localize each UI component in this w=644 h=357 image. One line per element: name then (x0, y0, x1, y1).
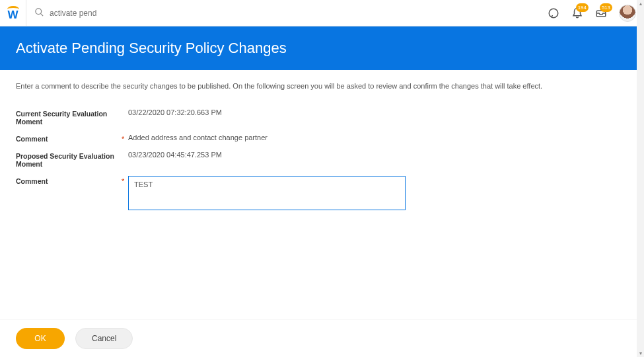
topbar: W 194 513 (0, 0, 644, 26)
value-proposed-moment: 03/23/2020 04:45:47.253 PM (128, 151, 222, 159)
app-logo[interactable]: W (0, 0, 26, 26)
row-proposed-comment: Comment * (16, 176, 628, 212)
notifications-badge: 194 (576, 3, 589, 12)
scrollbar[interactable]: ▴ ▾ (637, 0, 644, 357)
notifications-icon[interactable]: 194 (571, 7, 583, 19)
content: Enter a comment to describe the security… (0, 70, 644, 212)
inbox-badge: 513 (600, 3, 612, 12)
label-current-comment: Comment (16, 134, 128, 143)
label-proposed-moment: Proposed Security Evaluation Moment (16, 151, 128, 168)
search-input[interactable] (50, 9, 221, 18)
value-proposed-comment-wrap: * (128, 176, 406, 212)
page-title: Activate Pending Security Policy Changes (16, 40, 628, 57)
page-header: Activate Pending Security Policy Changes (0, 26, 644, 70)
instructions-text: Enter a comment to describe the security… (16, 82, 628, 90)
row-proposed-moment: Proposed Security Evaluation Moment 03/2… (16, 151, 628, 168)
logo-letter: W (7, 10, 18, 20)
ok-button[interactable]: OK (16, 328, 65, 349)
search-icon (34, 7, 44, 19)
search-wrap (34, 7, 548, 19)
inbox-icon[interactable]: 513 (595, 7, 607, 19)
chat-icon[interactable] (548, 7, 559, 19)
required-star-icon: * (122, 177, 124, 185)
required-star-icon: * (122, 135, 124, 143)
footer: OK Cancel (0, 319, 644, 357)
value-current-moment: 03/22/2020 07:32:20.663 PM (128, 108, 222, 116)
value-current-comment-text: Added address and contact change partner (128, 134, 268, 141)
scroll-down-icon[interactable]: ▾ (637, 350, 644, 357)
proposed-comment-input[interactable] (128, 176, 406, 210)
label-current-moment: Current Security Evaluation Moment (16, 108, 128, 126)
svg-line-1 (40, 13, 43, 16)
topbar-right: 194 513 (548, 5, 636, 22)
value-current-comment: * Added address and contact change partn… (128, 134, 268, 141)
row-current-moment: Current Security Evaluation Moment 03/22… (16, 108, 628, 126)
avatar[interactable] (619, 5, 636, 22)
cancel-button[interactable]: Cancel (75, 328, 133, 349)
row-current-comment: Comment * Added address and contact chan… (16, 134, 628, 143)
scroll-up-icon[interactable]: ▴ (637, 0, 644, 7)
svg-point-2 (549, 9, 558, 18)
svg-point-0 (36, 8, 42, 14)
label-proposed-comment: Comment (16, 176, 128, 185)
